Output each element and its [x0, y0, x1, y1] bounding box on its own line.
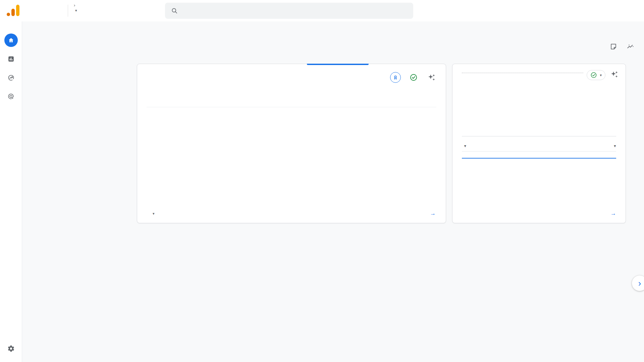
advertising-icon — [7, 93, 15, 100]
header-divider — [68, 5, 68, 17]
realtime-header: ▾ — [462, 71, 619, 80]
overview-footer: ▾ → — [149, 210, 436, 217]
sparkles-insights-icon[interactable] — [610, 70, 619, 80]
search-bar[interactable] — [165, 3, 413, 19]
nav-admin-button[interactable] — [4, 342, 18, 355]
table-row — [462, 152, 616, 159]
carousel-next-button[interactable]: › — [632, 276, 644, 291]
reports-icon — [7, 55, 15, 63]
gear-icon — [7, 345, 15, 352]
chevron-down-icon: ▾ — [614, 144, 616, 148]
notes-icon[interactable] — [610, 43, 617, 52]
active-users-column-header[interactable]: ▾ — [612, 144, 616, 148]
top-header: › ▾ — [0, 0, 644, 21]
overview-card: ▾ → — [137, 64, 446, 223]
home-icon — [8, 37, 14, 44]
realtime-country-table: ▾ ▾ — [462, 144, 616, 159]
insights-icon[interactable] — [627, 43, 635, 52]
nav-explore-button[interactable] — [4, 71, 18, 84]
google-analytics-logo[interactable] — [7, 5, 20, 17]
chevron-down-icon: ▾ — [600, 73, 602, 77]
view-realtime-link[interactable]: → — [608, 210, 616, 217]
breadcrumb: › — [72, 3, 77, 8]
search-icon — [171, 7, 178, 14]
nav-advertising-button[interactable] — [4, 90, 18, 103]
overview-card-actions — [390, 72, 437, 83]
selected-metric-indicator — [307, 64, 369, 65]
trend-chart — [147, 108, 428, 194]
metrics-separator — [147, 107, 436, 107]
nav-home-button[interactable] — [4, 34, 18, 47]
benchmarking-medal-icon[interactable] — [390, 72, 401, 83]
arrow-right-icon: → — [610, 210, 616, 217]
data-quality-check-icon[interactable] — [408, 72, 419, 83]
arrow-right-icon: → — [430, 210, 436, 217]
property-selector[interactable]: ▾ — [72, 8, 77, 13]
realtime-title — [462, 71, 583, 73]
nav-reports-button[interactable] — [4, 52, 18, 66]
chevron-down-icon: ▾ — [153, 212, 155, 216]
chevron-down-icon: ▾ — [75, 8, 77, 13]
page-title-actions — [610, 43, 635, 52]
realtime-card: ▾ ▾ ▾ → — [452, 64, 626, 223]
left-nav — [0, 21, 22, 362]
search-input[interactable] — [183, 8, 407, 14]
analytics-home-page: › ▾ — [0, 0, 644, 362]
data-quality-pill[interactable]: ▾ — [587, 70, 605, 80]
sparkles-insights-icon[interactable] — [426, 72, 437, 83]
view-reports-snapshot-link[interactable]: → — [427, 210, 436, 217]
per-minute-bar-chart — [462, 115, 616, 136]
explore-icon — [7, 74, 15, 81]
check-circle-icon — [590, 72, 597, 78]
country-column-header[interactable]: ▾ — [462, 144, 466, 148]
chevron-down-icon: ▾ — [464, 144, 466, 148]
date-range-selector[interactable]: ▾ — [149, 212, 155, 216]
account-switcher: › ▾ — [72, 3, 77, 13]
chevron-right-icon: › — [74, 3, 75, 8]
